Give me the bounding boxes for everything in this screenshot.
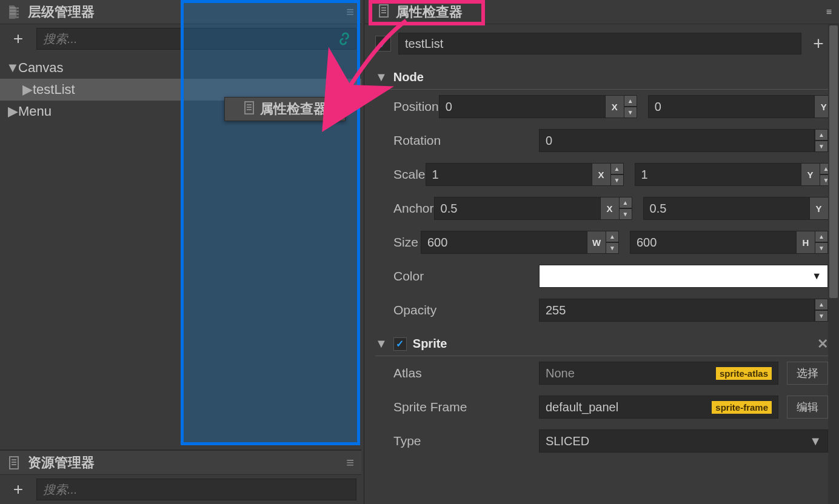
node-name-input[interactable]	[398, 33, 801, 55]
rotation-input[interactable]	[539, 129, 815, 152]
scale-y-input[interactable]	[635, 163, 801, 186]
inspector-menu-button[interactable]: ≡	[826, 7, 832, 18]
hierarchy-header: 层级管理器 ≡	[0, 0, 361, 24]
inspector-header: 属性检查器 ≡	[364, 0, 839, 24]
axis-x-label: X	[606, 95, 624, 118]
caret-down-icon: ▼	[809, 434, 821, 448]
section-node: ▼ Node Position X▲▼ Y▲▼ Rotation ▲▼ Scal…	[364, 63, 839, 330]
assets-title: 资源管理器	[28, 454, 95, 472]
prop-label: Rotation	[375, 133, 539, 148]
sprite-frame-field[interactable]: default_panel sprite-frame	[539, 396, 778, 419]
node-name-row: ✓ +	[364, 24, 839, 63]
atlas-select-button[interactable]: 选择	[787, 362, 828, 385]
axis-w-label: W	[587, 231, 606, 254]
spinner[interactable]: ▲▼	[815, 129, 828, 152]
spinner[interactable]: ▲▼	[606, 231, 619, 254]
assets-header: 资源管理器 ≡	[0, 451, 361, 475]
svg-rect-12	[247, 104, 252, 105]
anchor-x-input[interactable]	[434, 197, 601, 220]
spinner[interactable]: ▲▼	[610, 163, 624, 186]
caret-down-icon: ▼	[7, 60, 18, 76]
axis-y-label: Y	[810, 197, 828, 220]
section-node-header[interactable]: ▼ Node	[375, 65, 828, 90]
atlas-field[interactable]: None sprite-atlas	[539, 362, 778, 385]
section-sprite-header[interactable]: ▼ ✓ Sprite ✕	[375, 332, 828, 356]
prop-atlas: Atlas None sprite-atlas 选择	[375, 356, 828, 390]
assets-menu-button[interactable]: ≡	[346, 455, 354, 471]
prop-label: Anchor	[375, 201, 434, 216]
inspector-panel: 属性检查器 ≡ ✓ + ▼ Node Position X▲▼ Y▲▼ Rota…	[364, 0, 839, 504]
scrollbar-thumb[interactable]	[829, 25, 838, 298]
section-sprite: ▼ ✓ Sprite ✕ Atlas None sprite-atlas 选择 …	[364, 330, 839, 460]
tree-item-label: Menu	[18, 104, 52, 119]
axis-y-label: Y	[801, 163, 820, 186]
spinner[interactable]: ▲▼	[624, 95, 637, 118]
anchor-y-input[interactable]	[643, 197, 810, 220]
hierarchy-toolbar: +	[0, 24, 361, 53]
prop-opacity: Opacity ▲▼	[375, 293, 828, 327]
inspector-scrollbar[interactable]	[828, 24, 839, 504]
link-icon[interactable]	[338, 32, 351, 49]
hierarchy-search-input[interactable]	[43, 32, 350, 46]
axis-x-label: X	[592, 163, 610, 186]
position-x-input[interactable]	[439, 95, 606, 118]
svg-rect-2	[10, 13, 16, 15]
svg-rect-13	[247, 107, 252, 108]
atlas-value: None	[546, 366, 575, 380]
inspector-icon	[378, 4, 390, 20]
hierarchy-menu-button[interactable]: ≡	[346, 4, 354, 20]
size-w-input[interactable]	[421, 231, 587, 254]
sprite-enabled-checkbox[interactable]: ✓	[393, 337, 407, 351]
prop-label: Atlas	[375, 366, 539, 380]
prop-anchor: Anchor X▲▼ Y▲▼	[375, 191, 828, 225]
prop-scale: Scale X▲▼ Y▲▼	[375, 158, 828, 191]
drag-ghost-panel: 属性检查器	[224, 97, 346, 121]
caret-down-icon: ▼	[812, 271, 821, 282]
prop-label: Color	[375, 269, 539, 284]
prop-type: Type SLICED ▼	[375, 424, 828, 458]
prop-label: Sprite Frame	[375, 400, 539, 414]
spinner[interactable]: ▲▼	[815, 231, 828, 254]
section-sprite-label: Sprite	[413, 337, 447, 351]
svg-rect-9	[381, 10, 386, 11]
add-component-button[interactable]: +	[809, 33, 828, 54]
svg-rect-8	[381, 7, 386, 8]
prop-label: Size	[375, 235, 421, 250]
inspector-icon	[243, 101, 255, 117]
color-picker[interactable]: ▼	[539, 265, 828, 288]
assets-search-input[interactable]	[43, 483, 350, 497]
node-enabled-checkbox[interactable]: ✓	[375, 36, 391, 51]
svg-rect-10	[381, 12, 386, 13]
remove-component-button[interactable]: ✕	[817, 336, 828, 352]
type-dropdown[interactable]: SLICED ▼	[539, 429, 828, 453]
check-icon: ✓	[378, 36, 389, 51]
caret-down-icon: ▼	[375, 337, 387, 351]
position-y-input[interactable]	[648, 95, 815, 118]
drag-ghost-label: 属性检查器	[260, 100, 327, 118]
tree-item-label: testList	[33, 82, 75, 98]
assets-add-button[interactable]: +	[5, 479, 32, 500]
prop-label: Type	[375, 434, 539, 448]
axis-x-label: X	[601, 197, 619, 220]
scale-x-input[interactable]	[426, 163, 592, 186]
assets-panel: 资源管理器 ≡ +	[0, 449, 361, 504]
prop-label: Scale	[375, 167, 426, 182]
assets-toolbar: +	[0, 475, 361, 504]
check-icon: ✓	[396, 338, 404, 350]
opacity-input[interactable]	[539, 299, 815, 322]
hierarchy-search	[36, 28, 356, 50]
hierarchy-add-button[interactable]: +	[5, 28, 32, 50]
atlas-tag: sprite-atlas	[716, 367, 772, 380]
sprite-frame-edit-button[interactable]: 编辑	[787, 396, 828, 419]
prop-color: Color ▼	[375, 259, 828, 293]
prop-size: Size W▲▼ H▲▼	[375, 225, 828, 259]
assets-icon	[7, 456, 21, 469]
svg-rect-5	[12, 462, 16, 463]
assets-search	[36, 479, 356, 500]
caret-right-icon: ▶	[7, 104, 18, 119]
spinner[interactable]: ▲▼	[815, 299, 828, 322]
size-h-input[interactable]	[630, 231, 797, 254]
tree-item-canvas[interactable]: ▼ Canvas	[0, 57, 361, 79]
spinner[interactable]: ▲▼	[619, 197, 632, 220]
prop-sprite-frame: Sprite Frame default_panel sprite-frame …	[375, 390, 828, 424]
